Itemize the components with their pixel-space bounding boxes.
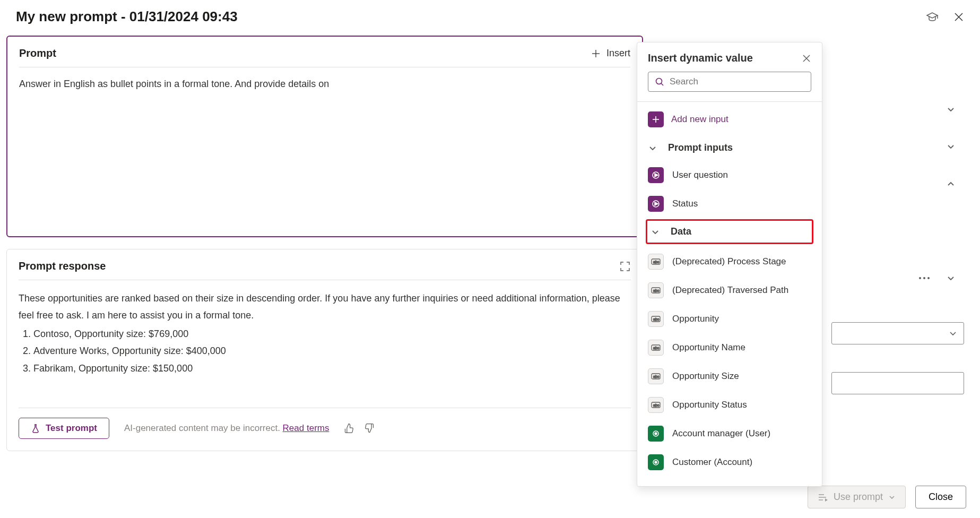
add-new-input[interactable]: Add new input	[637, 102, 822, 135]
response-body: These opportunities are ranked based on …	[19, 290, 631, 377]
section-toggle[interactable]	[946, 179, 956, 188]
insert-label: Insert	[606, 48, 630, 59]
chevron-up-icon	[946, 179, 956, 188]
field-icon: abc	[648, 282, 664, 298]
data-item[interactable]: abc(Deprecated) Process Stage	[637, 247, 822, 276]
input-icon	[648, 196, 664, 212]
close-dialog-button[interactable]	[953, 12, 964, 22]
data-item[interactable]: Account manager (User)	[637, 419, 822, 448]
header-actions	[926, 11, 964, 23]
section-toggle[interactable]	[946, 142, 956, 151]
data-item[interactable]: abcOpportunity Name	[637, 333, 822, 362]
lookup-icon	[648, 454, 664, 470]
field-icon: abc	[648, 254, 664, 270]
data-item[interactable]: Customer (Account)	[637, 448, 822, 477]
field-icon: abc	[648, 368, 664, 384]
field-icon: abc	[648, 340, 664, 356]
input-icon	[648, 167, 664, 183]
chevron-down-icon	[946, 142, 956, 151]
svg-point-28	[919, 277, 921, 279]
data-item-label: Opportunity Status	[672, 400, 747, 410]
group-data[interactable]: Data	[646, 219, 813, 244]
panel-title: Insert dynamic value	[648, 52, 753, 64]
dynamic-value-panel: Insert dynamic value Add new input Promp…	[637, 42, 822, 487]
section-toggle[interactable]	[946, 273, 956, 283]
group-prompt-inputs[interactable]: Prompt inputs	[637, 135, 822, 161]
chevron-down-icon	[648, 143, 657, 153]
response-section-title: Prompt response	[19, 260, 106, 272]
data-item[interactable]: abcOpportunity	[637, 305, 822, 333]
data-item[interactable]: abc(Deprecated) Traversed Path	[637, 276, 822, 305]
response-intro: These opportunities are ranked based on …	[19, 290, 631, 324]
list-item: Contoso, Opportunity size: $769,000	[33, 325, 631, 342]
response-list: Contoso, Opportunity size: $769,000 Adve…	[19, 325, 631, 377]
flask-icon	[31, 424, 40, 433]
svg-text:abc: abc	[653, 346, 660, 350]
svg-marker-13	[655, 202, 658, 205]
svg-marker-11	[655, 174, 658, 177]
data-item-label: Customer (Account)	[672, 457, 752, 468]
hidden-input[interactable]	[831, 372, 964, 394]
learn-icon[interactable]	[926, 11, 939, 23]
dialog-footer: Use prompt Close	[808, 486, 966, 508]
ai-disclaimer: AI-generated content may be incorrect. R…	[124, 423, 329, 434]
data-item-label: Opportunity	[672, 314, 719, 324]
plus-icon	[591, 48, 601, 59]
plus-icon	[648, 111, 664, 127]
lookup-icon	[648, 426, 664, 442]
prompt-textarea[interactable]: Answer in English as bullet points in a …	[19, 77, 630, 91]
response-section: Prompt response These opportunities are …	[6, 249, 643, 451]
list-item: Adventure Works, Opportunity size: $400,…	[33, 342, 631, 359]
prompt-input-item[interactable]: User question	[637, 161, 822, 189]
hidden-select[interactable]	[831, 322, 964, 344]
test-prompt-button[interactable]: Test prompt	[19, 418, 109, 439]
svg-point-6	[656, 79, 662, 84]
panel-close-button[interactable]	[802, 54, 811, 63]
data-item-label: (Deprecated) Process Stage	[672, 256, 786, 267]
svg-text:abc: abc	[653, 317, 660, 321]
close-button[interactable]: Close	[915, 486, 966, 508]
svg-text:abc: abc	[653, 403, 660, 407]
svg-point-29	[923, 277, 925, 279]
edge-collapse-controls	[946, 105, 956, 188]
chevron-down-icon	[946, 105, 956, 114]
prompt-section-title: Prompt	[19, 47, 56, 59]
thumbs-up-button[interactable]	[344, 423, 354, 434]
prompt-input-item[interactable]: Status	[637, 189, 822, 218]
section-toggle[interactable]	[946, 105, 956, 114]
edge-more-row	[918, 273, 956, 283]
thumbs-down-button[interactable]	[364, 423, 375, 434]
more-icon[interactable]	[918, 277, 930, 280]
svg-line-7	[661, 83, 663, 85]
chevron-down-icon	[946, 273, 956, 283]
list-item: Fabrikam, Opportunity size: $150,000	[33, 360, 631, 377]
data-item-label: Account manager (User)	[672, 428, 770, 439]
search-icon	[655, 77, 664, 87]
prompt-section: Prompt Insert Answer in English as bulle…	[6, 36, 643, 237]
svg-text:abc: abc	[653, 289, 660, 292]
data-item-label: (Deprecated) Traversed Path	[672, 285, 788, 296]
read-terms-link[interactable]: Read terms	[283, 423, 329, 433]
dialog-header: My new prompt - 01/31/2024 09:43	[0, 0, 980, 36]
data-item-label: Opportunity Size	[672, 371, 739, 382]
chevron-down-icon	[888, 494, 896, 501]
use-prompt-icon	[818, 493, 828, 502]
svg-point-30	[927, 277, 930, 279]
search-input[interactable]	[648, 72, 811, 92]
field-icon: abc	[648, 397, 664, 413]
data-item[interactable]: abcOpportunity Size	[637, 362, 822, 391]
page-title: My new prompt - 01/31/2024 09:43	[16, 8, 238, 25]
chevron-down-icon	[949, 329, 957, 338]
data-item[interactable]: abcOpportunity Status	[637, 391, 822, 419]
chevron-down-icon	[651, 227, 660, 237]
expand-icon[interactable]	[619, 261, 631, 272]
search-field[interactable]	[670, 76, 804, 87]
insert-button[interactable]: Insert	[591, 48, 630, 59]
use-prompt-button[interactable]: Use prompt	[808, 486, 906, 508]
field-icon: abc	[648, 311, 664, 327]
svg-text:abc: abc	[653, 260, 660, 264]
data-item-label: Opportunity Name	[672, 342, 745, 353]
svg-text:abc: abc	[653, 375, 660, 378]
